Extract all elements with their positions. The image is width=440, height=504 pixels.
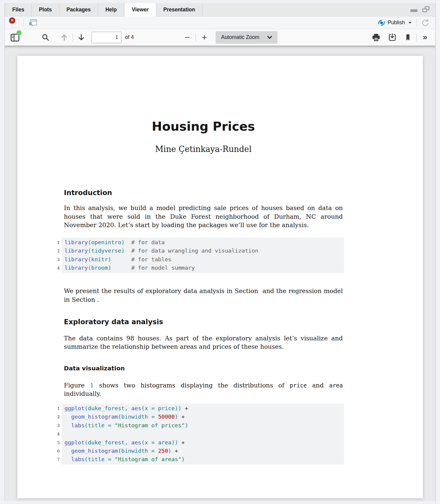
code-line-number: 7 [51, 455, 60, 464]
save-document-button[interactable] [386, 31, 398, 43]
next-page-button[interactable] [75, 31, 87, 43]
toggle-sidebar-button[interactable] [9, 31, 21, 43]
refresh-viewer-button[interactable] [420, 18, 431, 28]
code-line-number: 1 [51, 404, 60, 413]
double-chevron-icon: » [423, 33, 427, 41]
code-line-text: library(broom) # for model summary [64, 265, 195, 271]
page-count-label: of 4 [125, 34, 134, 40]
plus-icon: + [202, 33, 207, 42]
code-line-number: 3 [51, 255, 60, 264]
tab-files[interactable]: Files [5, 3, 32, 16]
arrow-down-icon [77, 33, 85, 42]
clear-x-icon: ✕ [9, 17, 15, 24]
pdf-toolbar-right-tools: » [370, 31, 431, 43]
pdf-viewer-area[interactable]: Housing Prices Mine Çetinkaya-Rundel Int… [5, 46, 435, 501]
figure-1-link[interactable]: 1 [90, 382, 94, 389]
code-line: 2library(tidyverse) # for data wrangling… [62, 247, 344, 255]
code-line-text: geom_histogram(binwidth = 250) + [64, 448, 178, 454]
toolbar-separator [23, 19, 24, 27]
eda-paragraph: The data contains 98 houses. As part of … [64, 334, 343, 351]
inline-code-area: area [329, 382, 343, 389]
maximize-pane-button[interactable] [422, 6, 430, 13]
tab-packages-label: Packages [67, 7, 91, 13]
tab-files-label: Files [12, 7, 24, 13]
tab-presentation[interactable]: Presentation [156, 3, 203, 16]
page-number-input[interactable] [91, 32, 121, 43]
pane: Files Plots Packages Help Viewer Present… [4, 3, 436, 501]
tab-plots[interactable]: Plots [32, 3, 59, 16]
zoom-level-label: Automatic Zoom [221, 34, 259, 40]
introduction-paragraph: In this analysis, we build a model predi… [64, 204, 343, 230]
popout-window-icon [28, 18, 37, 27]
code-line-text: library(knitr) # for tables [64, 256, 171, 262]
section-references-paragraph: We present the results of exploratory da… [64, 287, 343, 304]
open-in-new-window-button[interactable] [27, 18, 39, 28]
figure-sentence-part: Figure [64, 382, 90, 389]
toolbar-separator [416, 19, 417, 27]
code-line: 2 geom_histogram(binwidth = 50000) + [62, 413, 344, 421]
code-line-number: 1 [51, 238, 60, 247]
zoom-level-select[interactable]: Automatic Zoom [216, 31, 277, 44]
figure-sentence-part: individually. [64, 390, 101, 397]
publish-button[interactable]: Publish [376, 18, 413, 28]
rstudio-viewer-pane: Files Plots Packages Help Viewer Present… [0, 0, 440, 504]
publish-label: Publish [388, 19, 405, 26]
code-line-text: library(openintro) # for data [64, 239, 165, 245]
code-line-number: 4 [51, 430, 60, 438]
minus-icon: − [184, 33, 190, 42]
code-line: 1library(openintro) # for data [62, 238, 344, 247]
code-line: 6 geom_histogram(binwidth = 250) + [62, 447, 344, 455]
tab-help[interactable]: Help [98, 3, 124, 16]
viewer-toolbar: ✕ Publish [5, 16, 435, 29]
tabbar-spacer [203, 3, 410, 16]
find-in-document-button[interactable] [40, 31, 52, 43]
maximize-icon [422, 6, 430, 12]
document-author: Mine Çetinkaya-Rundel [64, 144, 343, 155]
download-icon [388, 33, 397, 42]
arrow-up-icon [60, 33, 68, 42]
document-title: Housing Prices [64, 119, 343, 134]
code-line: 3library(knitr) # for tables [62, 255, 344, 264]
code-line: 3 labs(title = "Histogram of prices") [62, 421, 344, 430]
previous-page-button[interactable] [58, 31, 70, 43]
more-tools-button[interactable]: » [419, 31, 431, 43]
subsection-heading-data-visualization: Data visualization [64, 364, 343, 372]
code-line: 4 [62, 430, 344, 438]
section-heading-eda: Exploratory data analysis [64, 317, 343, 326]
notification-dot [16, 30, 22, 35]
minimize-pane-button[interactable] [410, 6, 418, 13]
toolbar-separator [73, 34, 73, 41]
print-button[interactable] [370, 31, 382, 43]
toolbar-separator [196, 34, 196, 41]
pane-scrollbar-track[interactable] [436, 0, 440, 504]
figure-sentence-part: and [307, 382, 329, 389]
code-block-libraries: 1library(openintro) # for data2library(t… [62, 238, 344, 273]
zoom-in-button[interactable]: + [198, 31, 210, 43]
code-line-text: labs(title = "Histogram of areas") [64, 456, 185, 462]
publish-dropdown-caret-icon [409, 22, 412, 24]
tab-packages[interactable]: Packages [59, 3, 98, 16]
tab-viewer-label: Viewer [132, 7, 148, 13]
figure-sentence-part: shows two histograms displaying the dist… [94, 382, 290, 389]
code-line: 7 labs(title = "Histogram of areas") [62, 455, 344, 464]
tab-help-label: Help [105, 7, 117, 13]
print-icon [372, 33, 381, 42]
code-line-number: 6 [51, 447, 60, 455]
clear-viewer-button[interactable]: ✕ [9, 18, 20, 28]
zoom-out-button[interactable]: − [181, 31, 193, 43]
bookmark-icon [404, 34, 412, 41]
code-line-number: 4 [51, 264, 60, 272]
tab-viewer[interactable]: Viewer [124, 3, 156, 16]
minimize-icon [410, 9, 418, 12]
figure-reference-paragraph: Figure 1 shows two histograms displaying… [64, 381, 343, 398]
code-line-number: 3 [51, 421, 60, 430]
code-line-text: geom_histogram(binwidth = 50000) + [64, 414, 185, 420]
code-line-text: library(tidyverse) # for data wrangling … [64, 248, 258, 254]
code-line-number: 5 [51, 438, 60, 447]
current-view-bookmark-button[interactable] [402, 31, 414, 43]
toolbar-separator [416, 34, 417, 41]
publish-icon [378, 19, 385, 27]
search-icon [41, 33, 50, 42]
code-line-text: ggplot(duke_forest, aes(x = price)) + [64, 405, 188, 411]
code-block-ggplot: 1ggplot(duke_forest, aes(x = price)) +2 … [62, 404, 344, 464]
